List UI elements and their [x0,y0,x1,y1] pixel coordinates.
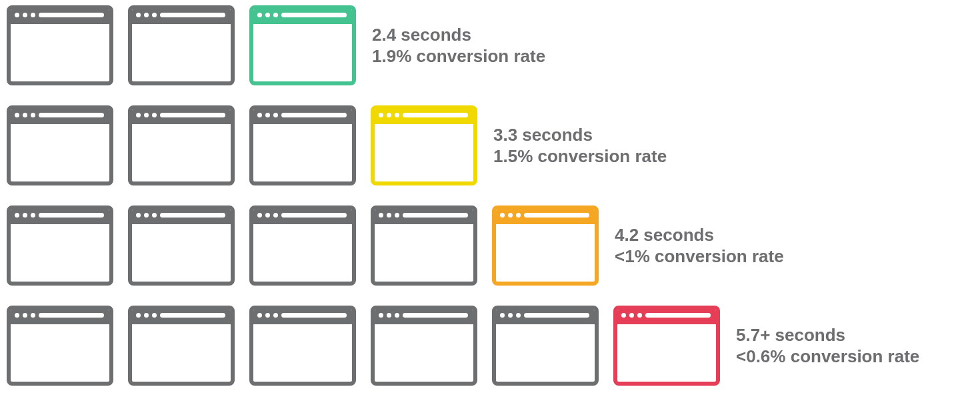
row-label: 5.7+ seconds<0.6% conversion rate [736,324,919,368]
window-dot-icon [516,313,521,318]
seconds-label: 3.3 seconds [493,124,667,146]
window-dot-icon [144,213,149,218]
browser-window-icon [7,306,113,386]
window-dot-icon [265,313,270,318]
window-dot-icon [136,313,141,318]
browser-titlebar [11,109,109,124]
browser-titlebar [253,310,352,324]
window-dot-icon [152,113,157,117]
window-dot-icon [265,13,270,17]
window-dot-icon [395,313,399,318]
window-address-bar-icon [403,113,468,117]
window-dot-icon [516,213,521,218]
window-dot-icon [15,213,19,218]
window-dot-icon [15,113,19,117]
browser-titlebar [132,9,231,24]
window-dot-icon [144,113,149,117]
browser-window-icon [249,105,356,185]
diagram-row: 4.2 seconds<1% conversion rate [7,206,973,286]
browser-window-icon [128,105,235,185]
window-dot-icon [15,313,19,318]
window-dot-icon [31,13,35,17]
window-dot-icon [136,13,141,17]
window-dot-icon [23,113,27,117]
browser-window-icon [7,206,113,286]
window-dot-icon [621,313,626,318]
browser-titlebar [375,109,473,124]
browser-window-icon [249,206,356,286]
window-dot-icon [23,313,27,318]
browser-titlebar [253,109,352,124]
browser-window-icon [371,306,477,386]
browser-window-highlight-icon [249,5,356,85]
window-address-bar-icon [160,113,225,117]
window-address-bar-icon [160,213,225,218]
browser-titlebar [132,310,231,324]
window-dot-icon [152,13,157,17]
window-address-bar-icon [281,113,347,117]
window-dot-icon [387,313,391,318]
window-address-bar-icon [160,313,225,318]
conversion-loadtime-diagram: 2.4 seconds1.9% conversion rate3.3 secon… [7,5,973,386]
window-dot-icon [379,313,383,318]
browser-titlebar [253,9,352,24]
browser-window-icon [249,306,356,386]
browser-titlebar [132,210,231,224]
row-label: 4.2 seconds<1% conversion rate [615,224,784,268]
conversion-label: 1.5% conversion rate [493,145,667,167]
browser-titlebar [375,310,473,324]
window-dot-icon [136,213,141,218]
window-dot-icon [144,13,149,17]
window-address-bar-icon [39,313,104,318]
window-dot-icon [31,113,35,117]
browser-titlebar [132,109,231,124]
window-address-bar-icon [645,313,711,318]
conversion-label: 1.9% conversion rate [372,45,545,67]
browser-titlebar [496,210,595,224]
seconds-label: 2.4 seconds [372,24,545,46]
window-dot-icon [144,313,149,318]
window-dot-icon [508,213,513,218]
browser-window-highlight-icon [371,105,477,185]
browser-window-highlight-icon [492,206,599,286]
conversion-label: <0.6% conversion rate [736,346,919,368]
browser-window-icon [7,5,113,85]
browser-window-icon [492,306,599,386]
window-dot-icon [387,213,391,218]
window-address-bar-icon [39,13,104,17]
browser-titlebar [253,210,352,224]
browser-window-icon [7,105,113,185]
diagram-row: 5.7+ seconds<0.6% conversion rate [7,306,973,386]
window-dot-icon [31,213,35,218]
row-label: 3.3 seconds1.5% conversion rate [493,124,667,167]
window-dot-icon [23,213,27,218]
browser-titlebar [11,210,109,224]
window-dot-icon [15,13,19,17]
window-dot-icon [637,313,642,318]
window-dot-icon [379,213,383,218]
window-dot-icon [257,313,262,318]
window-address-bar-icon [524,313,589,318]
window-dot-icon [395,213,399,218]
window-dot-icon [257,13,262,17]
window-address-bar-icon [281,13,347,17]
seconds-label: 4.2 seconds [615,224,784,246]
window-dot-icon [387,113,391,117]
browser-titlebar [11,310,109,324]
window-dot-icon [265,113,270,117]
seconds-label: 5.7+ seconds [736,324,919,346]
window-dot-icon [508,313,513,318]
window-address-bar-icon [160,13,225,17]
window-dot-icon [273,213,278,218]
window-dot-icon [273,113,278,117]
window-address-bar-icon [524,213,589,218]
browser-window-icon [371,206,477,286]
window-dot-icon [257,213,262,218]
window-address-bar-icon [281,213,347,218]
window-dot-icon [273,313,278,318]
window-dot-icon [265,213,270,218]
browser-titlebar [617,310,716,324]
window-dot-icon [152,313,157,318]
window-dot-icon [395,113,399,117]
browser-window-highlight-icon [613,306,720,386]
